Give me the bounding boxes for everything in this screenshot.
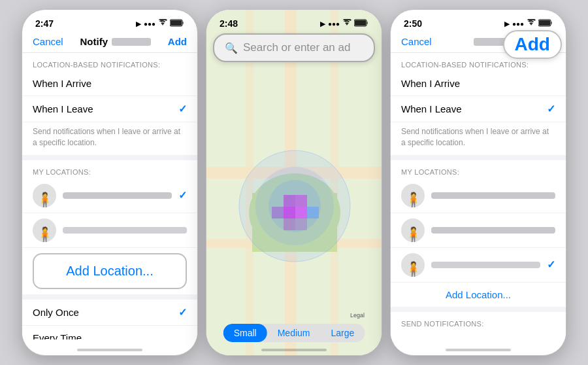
separator-4 xyxy=(391,307,566,312)
arrow-icon-3: ▶ xyxy=(504,20,510,27)
location-avatar-3a: 🧍 xyxy=(401,184,425,207)
person-icon-1: 🧍 xyxy=(36,193,54,207)
person-icon-3a: 🧍 xyxy=(404,193,422,207)
nav-title-1: Notify xyxy=(80,36,108,47)
location-name-blur-2 xyxy=(63,227,187,234)
every-time-item[interactable]: Every Time xyxy=(22,326,197,339)
small-size-btn[interactable]: Small xyxy=(223,324,267,342)
phone-2: 2:48 ▶ ●●● 🔍 Search or enter an ad xyxy=(206,9,382,356)
every-time-label: Every Time xyxy=(33,332,82,339)
only-once-label: Only Once xyxy=(33,307,79,318)
location-name-3a xyxy=(431,192,555,199)
separator-3 xyxy=(391,155,566,160)
send-notifications-header: SEND NOTIFICATIONS: xyxy=(391,312,566,330)
person-icon-3c: 🧍 xyxy=(404,262,422,277)
when-leave-item-3[interactable]: When I Leave ✓ xyxy=(391,96,566,122)
when-leave-label: When I Leave xyxy=(33,103,93,114)
when-leave-label-3: When I Leave xyxy=(401,103,462,114)
nav-title-container-1: Notify xyxy=(80,36,152,47)
size-selector[interactable]: Small Medium Large xyxy=(223,324,365,342)
home-indicator-1 xyxy=(77,349,142,351)
large-size-btn[interactable]: Large xyxy=(321,324,365,342)
add-location-button[interactable]: Add Location... xyxy=(33,253,187,289)
only-once-item[interactable]: Only Once ✓ xyxy=(22,300,197,326)
location-item-3b[interactable]: 🧍 xyxy=(391,213,566,248)
cellular-icon: ●●● xyxy=(144,20,155,27)
phone-3: 2:50 ▶ ●●● Cancel Add xyxy=(390,9,566,356)
svg-rect-17 xyxy=(284,195,295,207)
arrow-icon-2: ▶ xyxy=(320,20,325,27)
search-bar[interactable]: 🔍 Search or enter an ad xyxy=(213,33,375,62)
location-name-3b xyxy=(431,227,555,234)
medium-size-btn[interactable]: Medium xyxy=(267,324,321,342)
location-item-2[interactable]: 🧍 xyxy=(22,213,197,248)
svg-rect-27 xyxy=(551,22,552,24)
svg-rect-23 xyxy=(284,218,295,230)
cancel-button-3[interactable]: Cancel xyxy=(401,36,432,47)
when-arrive-label-3: When I Arrive xyxy=(401,78,460,89)
cellular-icon-3: ●●● xyxy=(512,20,524,27)
only-once-label-3: Only Once xyxy=(401,338,448,339)
phone-content-3: LOCATION-BASED NOTIFICATIONS: When I Arr… xyxy=(391,53,566,339)
svg-rect-2 xyxy=(171,20,182,26)
status-bar-2: 2:48 ▶ ●●● xyxy=(206,10,382,33)
status-icons-2: ▶ ●●● xyxy=(320,19,368,29)
nav-bar-1: Cancel Notify Add xyxy=(22,33,197,53)
location-avatar-2: 🧍 xyxy=(33,218,56,242)
location-desc-1: Send notifications when I leave or arriv… xyxy=(22,122,197,155)
home-indicator-3 xyxy=(446,349,511,351)
only-once-check-3: ✓ xyxy=(547,337,555,339)
location-avatar-3b: 🧍 xyxy=(401,218,425,242)
search-input[interactable]: Search or enter an ad xyxy=(243,41,350,54)
add-button-highlight-3: Add xyxy=(503,30,562,59)
when-leave-check-3: ✓ xyxy=(547,103,555,115)
location-item-3a[interactable]: 🧍 xyxy=(391,179,566,213)
wifi-icon xyxy=(158,19,167,28)
svg-rect-24 xyxy=(295,218,307,230)
person-icon-2: 🧍 xyxy=(36,228,54,242)
location-check-1: ✓ xyxy=(178,189,187,201)
add-button-1[interactable]: Add xyxy=(168,36,187,47)
svg-rect-22 xyxy=(272,207,284,218)
when-arrive-item-3[interactable]: When I Arrive xyxy=(391,71,566,96)
separator-1 xyxy=(22,155,197,160)
my-locations-header: MY LOCATIONS: xyxy=(22,160,197,179)
location-name-blur-1 xyxy=(63,192,172,199)
add-location-link-3[interactable]: Add Location... xyxy=(391,283,566,307)
svg-rect-5 xyxy=(355,20,366,26)
location-avatar-1: 🧍 xyxy=(33,184,56,207)
cellular-icon-2: ●●● xyxy=(328,20,340,27)
home-indicator-2 xyxy=(261,349,327,351)
location-name-3c xyxy=(431,262,540,268)
add-button-3[interactable]: Add xyxy=(515,34,550,54)
location-item-3c[interactable]: 🧍 ✓ xyxy=(391,248,566,283)
when-arrive-item[interactable]: When I Arrive xyxy=(22,71,197,96)
location-based-header: LOCATION-BASED NOTIFICATIONS: xyxy=(22,53,197,71)
battery-icon-3 xyxy=(538,19,553,29)
only-once-check: ✓ xyxy=(178,306,187,319)
location-item-1[interactable]: 🧍 ✓ xyxy=(22,179,197,213)
cancel-button-1[interactable]: Cancel xyxy=(33,36,63,47)
add-location-label: Add Location... xyxy=(66,264,153,278)
separator-2 xyxy=(22,294,197,300)
search-icon: 🔍 xyxy=(225,42,238,54)
svg-text:Legal: Legal xyxy=(350,312,365,319)
location-avatar-3c: 🧍 xyxy=(401,253,425,277)
status-icons-1: ▶ ●●● xyxy=(136,19,184,29)
location-desc-3: Send notifications when I leave or arriv… xyxy=(391,122,566,155)
svg-rect-28 xyxy=(539,20,550,26)
status-bar-1: 2:47 ▶ ●●● xyxy=(22,10,197,33)
phone-content-1: LOCATION-BASED NOTIFICATIONS: When I Arr… xyxy=(22,53,197,339)
status-time-1: 2:47 xyxy=(35,18,54,29)
battery-icon xyxy=(170,19,184,29)
svg-rect-18 xyxy=(295,195,307,207)
wifi-icon-3 xyxy=(527,19,536,28)
only-once-item-3[interactable]: Only Once ✓ xyxy=(391,330,566,339)
svg-rect-20 xyxy=(295,207,307,218)
nav-title-blur-1 xyxy=(112,38,151,46)
signal-icon: ▶ xyxy=(136,20,141,27)
search-bar-container: 🔍 Search or enter an ad xyxy=(213,33,375,62)
phone-1: 2:47 ▶ ●●● Cancel Notify Add LOCATION-BA… xyxy=(22,9,198,356)
when-leave-item[interactable]: When I Leave ✓ xyxy=(22,96,197,122)
person-icon-3b: 🧍 xyxy=(404,228,422,242)
